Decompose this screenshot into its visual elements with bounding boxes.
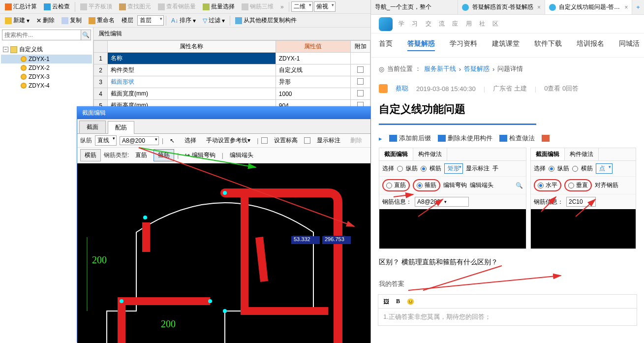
new-tab-button[interactable]: + [632, 4, 644, 11]
sa-hook-button[interactable]: 编辑弯钩 [443, 181, 467, 189]
checkbox[interactable] [357, 78, 364, 85]
sa-gu-radio[interactable] [417, 183, 423, 188]
crumb-link-b[interactable]: 答疑解惑 [464, 64, 490, 73]
rename-button[interactable]: 重命名 [86, 15, 118, 26]
browser-tab-1[interactable]: 导航_一个主页，整个 [371, 0, 458, 14]
image-button[interactable]: 🖼 [383, 298, 389, 305]
edit-end-button[interactable]: 编辑端头 [226, 150, 257, 160]
tree-item-zdyx2[interactable]: ZDYX-2 [1, 63, 92, 72]
select-button[interactable]: 选择 [181, 135, 200, 146]
tree-item-zdyx1[interactable]: ZDYX-1 [1, 55, 92, 63]
property-row[interactable]: 1 名称 ZDYX-1 [94, 53, 370, 64]
looking-select[interactable]: 俯视 [314, 1, 336, 12]
check-rebar-button[interactable]: 查看钢筋量 [155, 1, 199, 12]
line-type-select[interactable]: 直线 [95, 135, 117, 146]
gujin-button[interactable]: 箍筋 [153, 149, 174, 161]
coord-right: 296.753 [324, 236, 345, 243]
sa-heng-radio[interactable] [421, 166, 427, 172]
prefix-button[interactable]: 添加前后缀 [389, 134, 431, 143]
property-row[interactable]: 3 截面形状 异形 [94, 76, 370, 88]
tree-root[interactable]: − 自定义线 [1, 44, 92, 55]
sb-preview-area [531, 209, 636, 249]
batch-select-button[interactable]: 批量选择 [200, 1, 238, 12]
sa-zhi-radio[interactable] [386, 183, 392, 188]
floor-select[interactable]: 首层 [137, 15, 164, 26]
tree-collapse-icon[interactable]: − [3, 47, 8, 52]
tab-section[interactable]: 截面 [79, 121, 106, 133]
new-button[interactable]: 新建▾ [2, 15, 32, 26]
rebar-spec-select[interactable]: A8@200 [120, 136, 159, 145]
delete-unused-button[interactable]: 删除未使用构件 [438, 134, 492, 143]
tree-item-zdyx4[interactable]: ZDYX-4 [1, 81, 92, 90]
nav-study[interactable]: 学习资料 [450, 39, 477, 51]
set-mark-button[interactable]: 设置标高 [271, 135, 301, 146]
pointer-icon[interactable]: ↖ [166, 136, 178, 145]
sa-end-button[interactable]: 编辑端头 [470, 181, 493, 189]
sb-align-button[interactable]: 对齐钢筋 [595, 181, 618, 189]
search-icon[interactable]: 🔍 [81, 30, 91, 40]
copy-button[interactable]: 复制 [59, 15, 85, 26]
search-input[interactable] [2, 30, 81, 40]
dialog-title-bar[interactable]: 截面编辑 [77, 107, 370, 119]
summary-calc-button[interactable]: 汇总计算 [2, 1, 40, 12]
section-canvas[interactable]: 200 200 53.332 296.753 [77, 163, 370, 343]
sa-shape-select[interactable]: 矩形 [444, 163, 463, 174]
delete-button[interactable]: ✕删除 [33, 15, 58, 26]
tab-rebar[interactable]: 配筋 [108, 121, 134, 134]
crumb-link-a[interactable]: 服务新干线 [424, 64, 456, 73]
delete-button[interactable]: 删除 [347, 135, 366, 146]
answer-editor[interactable]: 1.正确答案非您莫属，期待您的回答； [378, 308, 637, 326]
nav-home[interactable]: 首页 [379, 39, 393, 51]
property-row[interactable]: 4 截面宽度(mm) 1000 [94, 88, 370, 100]
flat-top-button[interactable]: 平齐板顶 [77, 1, 115, 12]
nav-live[interactable]: 同城活 [619, 39, 640, 51]
edit-hook-button[interactable]: ↪ 编辑弯钩 [182, 150, 218, 160]
sb-heng-radio[interactable] [572, 166, 578, 172]
cloud-check-button[interactable]: 云检查 [41, 1, 73, 12]
sa-tab1[interactable]: 截面编辑 [379, 148, 413, 160]
show-ann-button[interactable]: 显示标注 [313, 135, 344, 146]
nav-course[interactable]: 建筑课堂 [492, 39, 520, 51]
sb-hz-radio[interactable] [538, 183, 544, 188]
check-method-button[interactable]: 检查做法 [499, 134, 535, 143]
dialog-bar-2: 横筋 钢筋类型: 直筋 箍筋 | ↪ 编辑弯钩 | 编辑端头 [77, 148, 370, 163]
search-icon[interactable]: 🔍 [516, 182, 523, 189]
manual-ref-button[interactable]: 手动设置参考线▾ [203, 135, 254, 146]
sort-button[interactable]: A↓排序▾ [168, 15, 199, 26]
bold-button[interactable]: B [396, 298, 400, 305]
set-mark-check[interactable] [261, 137, 268, 144]
checkbox[interactable] [357, 66, 364, 73]
hengjin-button[interactable]: 横筋 [80, 149, 101, 161]
browser-tab-3[interactable]: 自定义线功能问题-答疑解 × [545, 0, 632, 14]
close-icon[interactable]: × [624, 4, 628, 11]
nav-training[interactable]: 培训报名 [577, 39, 604, 51]
sa-info-input[interactable]: A8@200 [415, 197, 469, 207]
zhijin-button[interactable]: 直筋 [132, 150, 151, 160]
sb-vt-radio[interactable] [568, 183, 574, 188]
view-2d-select[interactable]: 二维 [291, 1, 313, 12]
sb-tab1[interactable]: 截面编辑 [531, 148, 565, 160]
property-row[interactable]: 2 构件类型 自定义线 [94, 64, 370, 76]
tree-item-zdyx3[interactable]: ZDYX-3 [1, 72, 92, 81]
sb-tab2[interactable]: 构件做法 [565, 148, 599, 160]
checkbox[interactable] [357, 90, 364, 96]
sa-tab2[interactable]: 构件做法 [413, 148, 447, 160]
copy-from-other-button[interactable]: 从其他楼层复制构件 [232, 15, 300, 26]
svg-point-4 [143, 216, 147, 219]
post-author[interactable]: 蔡聪 [396, 84, 408, 93]
sb-zong-radio[interactable] [549, 166, 554, 172]
emoji-button[interactable]: 😐 [407, 298, 414, 305]
rebar-3d-button[interactable]: 钢筋三维 [239, 1, 276, 12]
nav-qa[interactable]: 答疑解惑 [407, 39, 435, 51]
close-icon[interactable]: × [537, 4, 541, 11]
sb-shape-select[interactable]: 点 [596, 163, 613, 174]
sa-zong-radio[interactable] [397, 166, 403, 172]
sb-info-input[interactable]: 2C10 [566, 197, 596, 207]
find-elem-button[interactable]: 查找图元 [116, 1, 154, 12]
more-button[interactable]: » [277, 2, 287, 11]
extra-icon[interactable] [542, 135, 550, 142]
show-ann-check[interactable] [304, 137, 310, 144]
filter-button[interactable]: ▽过滤▾ [200, 15, 228, 26]
browser-tab-2[interactable]: 答疑解惑首页-答疑解惑 × [458, 0, 545, 14]
nav-download[interactable]: 软件下载 [534, 39, 562, 51]
